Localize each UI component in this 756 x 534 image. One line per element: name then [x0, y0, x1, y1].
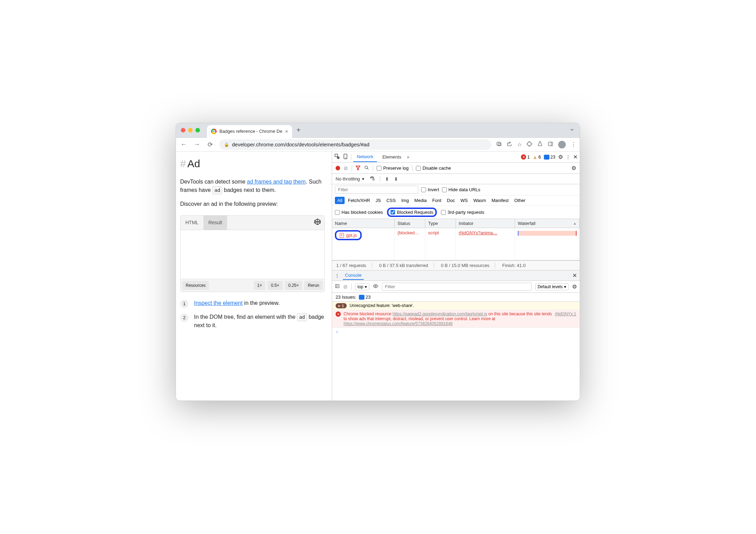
zoom-025x[interactable]: 0.25×: [285, 281, 302, 290]
error-source-link[interactable]: rNdGNYx:1: [555, 312, 576, 316]
filter-media[interactable]: Media: [412, 197, 429, 204]
table-row[interactable]: gpt.js (blocked… script rNdGNYx?anima…: [332, 228, 580, 260]
browser-tab[interactable]: Badges reference - Chrome De ×: [207, 125, 292, 138]
throttling-select[interactable]: No throttling ▾: [336, 176, 364, 181]
filter-other[interactable]: Other: [512, 197, 528, 204]
forward-button[interactable]: →: [193, 141, 201, 148]
extensions-icon[interactable]: [527, 141, 532, 148]
network-status-bar: 1 / 67 requests 0 B / 37.5 kB transferre…: [332, 260, 580, 270]
blocked-requests-checkbox[interactable]: [391, 210, 395, 215]
cell-status: (blocked…: [395, 228, 425, 260]
console-warning[interactable]: ▸ 5 Unrecognized feature: 'web-share'.: [332, 302, 580, 310]
clear-button[interactable]: ⊘: [344, 165, 348, 171]
tab-elements[interactable]: Elements: [379, 152, 405, 162]
disable-cache-checkbox[interactable]: Disable cache: [416, 165, 451, 171]
link-inspect[interactable]: Inspect the element: [194, 300, 243, 306]
zoom-05x[interactable]: 0.5×: [267, 281, 283, 290]
zoom-1x[interactable]: 1×: [254, 281, 266, 290]
paragraph: Discover an ad in the following preview:: [180, 200, 325, 208]
col-initiator[interactable]: Initiator: [456, 219, 515, 228]
filter-all[interactable]: All: [335, 197, 345, 204]
col-status[interactable]: Status: [395, 219, 425, 228]
filter-fetch[interactable]: Fetch/XHR: [345, 197, 372, 204]
invert-checkbox[interactable]: Invert: [421, 187, 439, 192]
clear-console-icon[interactable]: ⊘: [343, 284, 348, 290]
download-har-icon[interactable]: ⬇: [394, 176, 398, 182]
expand-count-badge[interactable]: ▸ 5: [336, 303, 347, 308]
eye-icon[interactable]: [373, 283, 378, 290]
sidepanel-icon[interactable]: [548, 141, 553, 148]
filter-wasm[interactable]: Wasm: [471, 197, 488, 204]
filter-js[interactable]: JS: [373, 197, 383, 204]
hide-data-urls-checkbox[interactable]: Hide data URLs: [442, 187, 481, 192]
codepen-tab-result[interactable]: Result: [203, 216, 227, 230]
console-filter-input[interactable]: [382, 283, 532, 291]
minimize-window-button[interactable]: [188, 128, 193, 132]
device-icon[interactable]: [343, 153, 349, 161]
inspect-icon[interactable]: [334, 153, 340, 161]
errors-count[interactable]: ✕1: [521, 154, 530, 160]
ad-badge: ad: [297, 313, 307, 321]
menu-icon[interactable]: ⋮: [571, 141, 576, 148]
console-sidebar-icon[interactable]: [335, 284, 340, 290]
network-conditions-icon[interactable]: [369, 176, 375, 182]
search-icon[interactable]: [364, 165, 369, 171]
filter-ws[interactable]: WS: [458, 197, 470, 204]
close-tab-button[interactable]: ×: [285, 128, 288, 134]
filter-manifest[interactable]: Manifest: [489, 197, 511, 204]
levels-select[interactable]: Default levels ▾: [535, 283, 569, 290]
network-settings-icon[interactable]: ⚙: [571, 165, 576, 171]
settings-icon[interactable]: ⚙: [558, 154, 563, 160]
context-select[interactable]: top ▾: [355, 283, 369, 290]
more-tabs-icon[interactable]: »: [407, 154, 409, 160]
reload-button[interactable]: ⟳: [206, 141, 214, 148]
page-heading: #Ad: [180, 156, 325, 171]
preserve-log-checkbox[interactable]: Preserve log: [377, 165, 409, 171]
filter-input[interactable]: [335, 186, 418, 194]
col-waterfall[interactable]: Waterfall▲: [515, 219, 580, 228]
translate-icon[interactable]: [496, 141, 502, 148]
tab-list-button[interactable]: [569, 127, 575, 134]
warnings-count[interactable]: ▲6: [532, 154, 541, 160]
close-devtools-button[interactable]: ✕: [573, 154, 578, 160]
bookmark-icon[interactable]: ☆: [517, 141, 522, 148]
filter-icon[interactable]: [355, 165, 361, 171]
blocked-cookies-checkbox[interactable]: Has blocked cookies: [335, 210, 383, 215]
link-ad-frames[interactable]: ad frames and tag them: [247, 179, 306, 185]
upload-har-icon[interactable]: ⬆: [385, 176, 389, 182]
new-tab-button[interactable]: +: [296, 126, 300, 134]
tab-console[interactable]: Console: [343, 271, 364, 280]
initiator-link[interactable]: rNdGNYx?anima…: [459, 230, 497, 235]
col-name[interactable]: Name: [332, 219, 395, 228]
col-type[interactable]: Type: [425, 219, 456, 228]
filter-img[interactable]: Img: [399, 197, 411, 204]
filter-doc[interactable]: Doc: [444, 197, 457, 204]
share-icon[interactable]: [507, 141, 512, 148]
console-settings-icon[interactable]: ⚙: [572, 283, 577, 290]
close-window-button[interactable]: [181, 128, 185, 132]
record-button[interactable]: [336, 166, 340, 170]
close-drawer-button[interactable]: ✕: [572, 272, 577, 279]
issues-row[interactable]: 23 Issues: 23: [332, 293, 580, 302]
drawer-menu-icon[interactable]: ⋮: [335, 273, 339, 278]
filter-row: Invert Hide data URLs: [332, 184, 580, 195]
filter-font[interactable]: Font: [430, 197, 444, 204]
messages-count[interactable]: 23: [544, 154, 555, 160]
labs-icon[interactable]: [537, 141, 543, 148]
rerun-button[interactable]: Rerun: [304, 281, 323, 290]
third-party-checkbox[interactable]: 3rd-party requests: [441, 210, 484, 215]
kebab-menu-icon[interactable]: ⋮: [566, 154, 570, 160]
url-input[interactable]: 🔒 developer.chrome.com/docs/devtools/ele…: [219, 139, 491, 150]
profile-avatar[interactable]: [558, 141, 566, 148]
console-error[interactable]: ✕ Chrome blocked resource https://pagead…: [332, 310, 580, 328]
console-prompt[interactable]: ›: [332, 328, 580, 336]
back-button[interactable]: ←: [179, 141, 188, 148]
network-toolbar-2: No throttling ▾ ⬆ ⬇: [332, 174, 580, 184]
address-bar: ← → ⟳ 🔒 developer.chrome.com/docs/devtoo…: [176, 138, 580, 152]
maximize-window-button[interactable]: [195, 128, 200, 132]
filter-css[interactable]: CSS: [384, 197, 398, 204]
tab-network[interactable]: Network: [353, 152, 377, 162]
codepen-logo-icon[interactable]: [314, 218, 321, 228]
codepen-tab-html[interactable]: HTML: [180, 216, 203, 230]
codepen-resources[interactable]: Resources: [182, 281, 209, 290]
